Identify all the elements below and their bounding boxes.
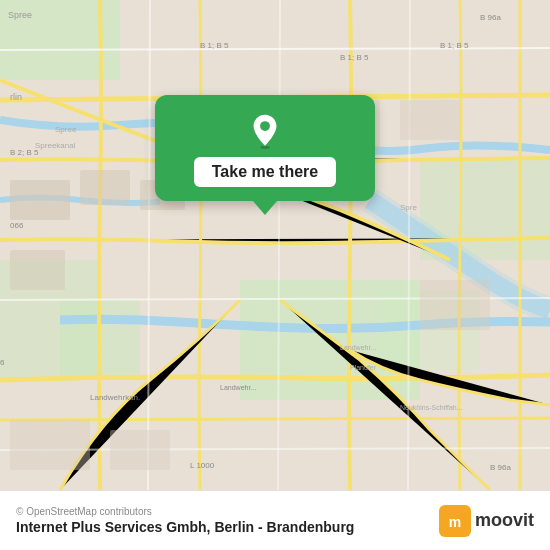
svg-text:B 1; B 5: B 1; B 5 (340, 53, 369, 62)
moovit-logo: m moovit (439, 505, 534, 537)
svg-point-35 (260, 146, 270, 149)
svg-rect-27 (80, 170, 130, 205)
svg-text:B 96a: B 96a (490, 463, 511, 472)
svg-rect-33 (10, 420, 90, 470)
svg-text:Spree: Spree (8, 10, 32, 20)
svg-text:m: m (449, 514, 461, 530)
svg-text:rlin: rlin (10, 92, 22, 102)
svg-rect-26 (10, 180, 70, 220)
svg-text:6: 6 (0, 358, 5, 367)
svg-rect-32 (420, 280, 490, 330)
svg-point-36 (260, 121, 270, 131)
map-container: B 2; B 5 B 1; B 5 B 1; B 5 B 1; B 5 Land… (0, 0, 550, 490)
info-bar: © OpenStreetMap contributors Internet Pl… (0, 490, 550, 550)
take-me-there-button[interactable]: Take me there (194, 157, 336, 187)
svg-text:Neukölns-Schiffah...: Neukölns-Schiffah... (400, 404, 463, 411)
svg-text:Spree: Spree (55, 125, 77, 134)
openstreetmap-credit: © OpenStreetMap contributors (16, 506, 354, 517)
svg-rect-29 (10, 250, 65, 290)
info-left: © OpenStreetMap contributors Internet Pl… (16, 506, 354, 535)
svg-text:B 1; B 5: B 1; B 5 (200, 41, 229, 50)
svg-text:Planufer: Planufer (350, 364, 377, 371)
place-name: Internet Plus Services Gmbh, Berlin - Br… (16, 519, 354, 535)
svg-text:066: 066 (10, 221, 24, 230)
svg-text:Spre: Spre (400, 203, 417, 212)
svg-text:Landwehr...: Landwehr... (340, 344, 376, 351)
svg-text:B 96a: B 96a (480, 13, 501, 22)
svg-text:B 1; B 5: B 1; B 5 (440, 41, 469, 50)
svg-rect-34 (110, 430, 170, 470)
moovit-text: moovit (475, 510, 534, 531)
svg-text:L 1000: L 1000 (190, 461, 215, 470)
location-pin-icon (247, 113, 283, 149)
svg-text:Spreekanal: Spreekanal (35, 141, 76, 150)
svg-text:Landwehrkan.: Landwehrkan. (90, 393, 140, 402)
svg-text:Landwehr...: Landwehr... (220, 384, 256, 391)
map-popup[interactable]: Take me there (155, 95, 375, 201)
svg-rect-31 (400, 100, 460, 140)
moovit-icon: m (439, 505, 471, 537)
